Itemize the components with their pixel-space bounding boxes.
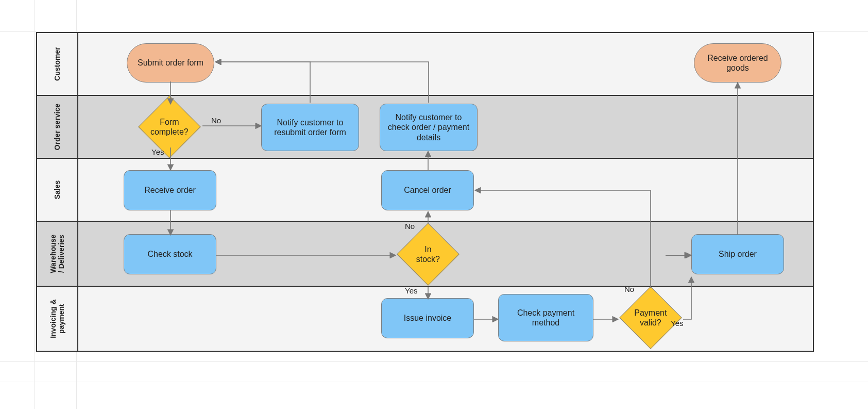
lane-label-order-service: Order service — [53, 104, 61, 150]
lane-warehouse: Warehouse / Deliveries Check stock In st… — [37, 221, 813, 286]
node-notify-resubmit[interactable]: Notify customer to resubmit order form — [261, 104, 359, 151]
node-submit-order[interactable]: Submit order form — [127, 43, 214, 83]
lane-label-sales: Sales — [53, 181, 61, 200]
node-form-complete-label: Form complete? — [150, 117, 189, 137]
node-receive-goods-label: Receive ordered goods — [700, 53, 776, 73]
lane-body-order-service: Form complete? Notify customer to resubm… — [78, 96, 813, 158]
node-ship-order-label: Ship order — [719, 249, 757, 259]
lane-header-sales: Sales — [37, 159, 78, 221]
node-form-complete[interactable]: Form complete? — [138, 95, 201, 158]
node-notify-resubmit-label: Notify customer to resubmit order form — [267, 118, 353, 137]
node-submit-order-label: Submit order form — [138, 58, 203, 68]
node-receive-order[interactable]: Receive order — [124, 170, 216, 210]
edge-label-form-no: No — [211, 116, 221, 125]
node-check-stock[interactable]: Check stock — [124, 234, 216, 274]
lane-label-warehouse: Warehouse / Deliveries — [49, 234, 65, 274]
lane-header-warehouse: Warehouse / Deliveries — [37, 222, 78, 286]
node-in-stock-label: In stock? — [412, 244, 445, 264]
lane-body-invoicing: Issue invoice Check payment method Payme… — [78, 287, 813, 351]
node-payment-valid-label: Payment valid? — [634, 308, 667, 328]
node-receive-order-label: Receive order — [144, 185, 196, 195]
node-issue-invoice[interactable]: Issue invoice — [381, 298, 474, 338]
edge-label-instock-no: No — [405, 222, 415, 231]
lane-body-customer: Submit order form Receive ordered goods — [78, 33, 813, 95]
edge-label-form-yes: Yes — [151, 148, 164, 156]
node-payment-valid[interactable]: Payment valid? — [619, 286, 682, 349]
lane-header-customer: Customer — [37, 33, 78, 95]
node-cancel-order[interactable]: Cancel order — [381, 170, 474, 210]
lane-header-order-service: Order service — [37, 96, 78, 158]
node-ship-order[interactable]: Ship order — [691, 234, 784, 274]
lane-customer: Customer Submit order form Receive order… — [37, 33, 813, 95]
lane-label-invoicing: Invoicing & payment — [49, 299, 65, 339]
node-cancel-order-label: Cancel order — [404, 185, 451, 195]
lane-label-customer: Customer — [53, 47, 61, 80]
node-notify-check-label: Notify customer to check order / payment… — [385, 112, 472, 142]
node-in-stock[interactable]: In stock? — [397, 223, 459, 286]
node-check-payment-label: Check payment method — [504, 308, 588, 328]
lane-body-warehouse: Check stock In stock? Ship order — [78, 222, 813, 286]
node-notify-check[interactable]: Notify customer to check order / payment… — [380, 104, 478, 151]
node-receive-goods[interactable]: Receive ordered goods — [694, 43, 781, 83]
lane-body-sales: Receive order Cancel order — [78, 159, 813, 221]
node-issue-invoice-label: Issue invoice — [404, 313, 452, 323]
lane-header-invoicing: Invoicing & payment — [37, 287, 78, 351]
edge-label-payment-yes: Yes — [671, 319, 683, 328]
lane-sales: Sales Receive order Cancel order — [37, 158, 813, 221]
swimlane-pool: Customer Submit order form Receive order… — [36, 32, 814, 352]
node-check-payment[interactable]: Check payment method — [498, 294, 593, 341]
edge-label-instock-yes: Yes — [405, 286, 417, 295]
lane-invoicing: Invoicing & payment Issue invoice Check … — [37, 286, 813, 351]
node-check-stock-label: Check stock — [147, 249, 192, 259]
edge-label-payment-no: No — [624, 285, 634, 293]
